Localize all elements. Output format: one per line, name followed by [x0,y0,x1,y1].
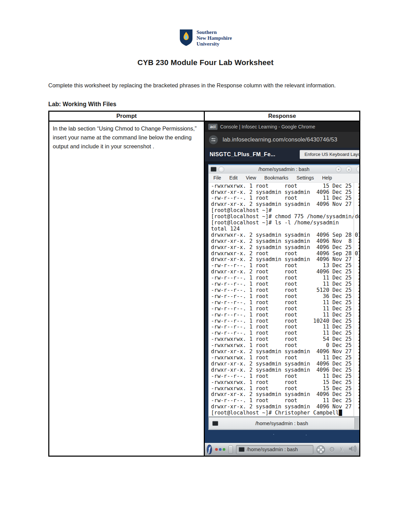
system-tray: ⚙ ✂ [316,445,357,454]
terminal-line: drwxr-xr-x. 2 sysadmin sysadmin 4096 Dec… [211,367,359,373]
desktop-strip [205,430,359,443]
terminal-line: [root@localhost ~]# [211,208,359,214]
url-text[interactable]: lab.infoseclearning.com/console/6430746/… [223,136,337,143]
enforce-keyboard-button[interactable]: Enforce US Keyboard Layout [300,150,359,159]
snhu-wordmark: Southern New Hampshire University [197,29,232,47]
terminal-line: -rw-r--r--. 1 root root 11 Dec 25 2018 f… [211,324,359,330]
terminal-line: drwxr-xr-x. 2 sysadmin sysadmin 4096 Nov… [211,238,359,245]
terminal-line: -rw-r--r--. 1 root root 11 Dec 25 2018 u… [211,195,359,201]
table-header-row: Prompt Response [49,111,360,121]
terminal-line: -rw-r--r--. 1 root root 11 Dec 25 2018 S… [211,373,359,380]
tab-label: /home/sysadmin : bash [209,420,354,426]
klipper-scissors-icon[interactable]: ✂ [338,447,345,453]
terminal-line: total 124 [211,226,359,232]
terminal-window: /home/sysadmin : bash ▾ ▴ File Edit [208,164,359,430]
lab-name: NISGTC_LPlus_FM_Fe... [210,151,275,158]
terminal-line: [root@localhost ~]# chmod 775 /home/sysa… [211,214,359,220]
terminal-line: -rwxrwxrwx. 1 root root 0 Dec 25 2018 fr… [211,343,359,349]
terminal-titlebar[interactable]: /home/sysadmin : bash ▾ ▴ [209,164,359,174]
menu-edit[interactable]: Edit [229,175,238,181]
terminal-line: -rw-r--r--. 1 root root 11 Dec 25 2018 f… [211,300,359,306]
lab-toolbar: NISGTC_LPlus_FM_Fe... Enforce US Keyboar… [205,148,359,161]
selinux-tray-icon[interactable] [316,445,325,454]
terminal-line: -rwxrwxrwx. 1 root root 54 Dec 25 2018 f… [211,336,359,343]
maximize-button[interactable]: ▴ [346,166,352,172]
lab-table: Prompt Response In the lab section “Usin… [48,111,360,457]
response-screenshot: aci Console | Infosec Learning - Google … [205,122,359,456]
response-cell: aci Console | Infosec Learning - Google … [204,121,360,456]
terminal-line: -rw-r--r--. 1 root root 36 Dec 25 2018 f… [211,294,359,300]
terminal-line: -rwxrwxrwx. 1 root root 15 Dec 25 2018 s… [211,386,359,392]
terminal-line: -rw-r--r--. 1 root root 10240 Dec 25 201… [211,318,359,324]
snhu-shield-icon [179,29,193,47]
minimize-button[interactable]: ▾ [336,166,341,172]
menu-file[interactable]: File [213,175,221,181]
desktop-area: /home/sysadmin : bash ▾ ▴ File Edit [205,161,359,430]
prompt-cell: In the lab section “Using Chmod to Chang… [49,121,204,456]
terminal-line: drwxr-xr-x. 2 sysadmin sysadmin 4096 Nov… [211,257,359,263]
fedora-menu-icon[interactable]: f [207,445,212,454]
section-heading: Lab: Working With Files [48,101,411,108]
terminal-line: drwxr-xr-x. 2 sysadmin sysadmin 4096 Dec… [211,392,359,398]
menu-bookmarks[interactable]: Bookmarks [264,175,288,181]
terminal-line: [root@localhost ~]# Christopher Campbell… [211,410,359,416]
terminal-line: -rw-r--r--. 1 root root 11 Dec 25 2018 f… [211,281,359,287]
terminal-line: -rwxrwxrwx. 1 root root 15 Dec 25 2018 s… [211,183,359,189]
wordmark-line2: New Hampshire [197,35,232,41]
column-header-response: Response [204,111,360,121]
file-drawer-icon[interactable] [228,445,233,454]
terminal-body[interactable]: -rwxrwxrwx. 1 root root 15 Dec 25 2018 s… [209,183,359,416]
terminal-line: drwxr-xr-x. 2 sysadmin sysadmin 4096 Nov… [211,349,359,355]
aci-badge: aci [208,124,217,130]
terminal-line: -rw-r--r--. 1 root root 11 Dec 25 2018 u… [211,398,359,404]
terminal-line: drwxr-xr-x. 2 sysadmin sysadmin 4096 Nov… [211,404,359,410]
volume-icon[interactable] [348,445,357,454]
task-label: /home/sysadmin : bash [247,447,298,452]
window-controls: ▾ ▴ [336,166,359,172]
terminal-line: drwxrwxr-x. 2 sysadmin sysadmin 4096 Sep… [211,232,359,238]
terminal-line: -rw-r--r--. 1 root root 11 Dec 25 2018 f… [211,275,359,281]
terminal-line: -rwxrwxrwx. 1 root root 15 Dec 25 2018 s… [211,380,359,386]
terminal-menubar: File Edit View Bookmarks Settings Help [209,174,359,183]
task-terminal-icon [239,447,245,452]
terminal-line: -rw-r--r--. 1 root root 13 Dec 25 2018 f… [211,263,359,269]
browser-window-title: Console | Infosec Learning - Google Chro… [220,124,315,129]
pager-dots-icon[interactable] [215,448,225,451]
terminal-line: -rw-r--r--. 1 root root 11 Dec 25 2018 f… [211,330,359,336]
close-button[interactable] [356,166,359,172]
browser-titlebar: aci Console | Infosec Learning - Google … [205,122,359,132]
terminal-line: -rw-r--r--. 1 root root 5120 Dec 25 2018… [211,287,359,294]
terminal-tab[interactable]: /home/sysadmin : bash [209,417,355,429]
terminal-line: -rw-r--r--. 1 root root 11 Dec 25 2018 f… [211,306,359,312]
intro-paragraph: Complete this worksheet by replacing the… [48,81,360,90]
taskbar-task-button[interactable]: /home/sysadmin : bash [236,445,314,454]
taskbar: f /home/sysadmin : bash ⚙ ✂ [205,443,359,456]
wordmark-line1: Southern [197,29,232,35]
worksheet-page: Southern New Hampshire University CYB 23… [0,0,411,457]
page-title: CYB 230 Module Four Lab Worksheet [0,58,411,67]
menu-help[interactable]: Help [322,175,332,181]
terminal-line: drwxr-xr-x. 2 sysadmin sysadmin 4096 Dec… [211,361,359,367]
gear-lock-icon[interactable]: ⚙ [329,446,335,453]
snhu-logo: Southern New Hampshire University [0,0,411,47]
site-settings-icon[interactable] [209,135,218,144]
scrollbar[interactable] [353,183,354,416]
menu-settings[interactable]: Settings [297,175,314,181]
terminal-line: drwxr-xr-x. 2 sysadmin sysadmin 4096 Dec… [211,245,359,251]
browser-url-bar[interactable]: lab.infoseclearning.com/console/6430746/… [205,132,359,148]
terminal-line: drwxrwxr-x. 2 root root 4096 Sep 28 01:0… [211,251,359,257]
table-row: In the lab section “Using Chmod to Chang… [49,121,360,456]
terminal-line: -rwxrwxrwx. 1 root root 11 Dec 25 2018 p… [211,355,359,361]
menu-view[interactable]: View [246,175,256,181]
wordmark-line3: University [197,41,232,47]
terminal-line: drwxr-xr-x. 2 root root 4096 Dec 25 2018… [211,269,359,275]
terminal-line: drwxr-xr-x. 2 sysadmin sysadmin 4096 Nov… [211,201,359,208]
terminal-line: drwxr-xr-x. 2 sysadmin sysadmin 4096 Dec… [211,189,359,196]
terminal-tabbar: /home/sysadmin : bash [209,416,359,430]
terminal-line: -rw-r--r--. 1 root root 11 Dec 25 2018 f… [211,312,359,318]
column-header-prompt: Prompt [49,111,204,121]
terminal-line: [root@localhost ~]# ls -l /home/sysadmin [211,220,359,226]
